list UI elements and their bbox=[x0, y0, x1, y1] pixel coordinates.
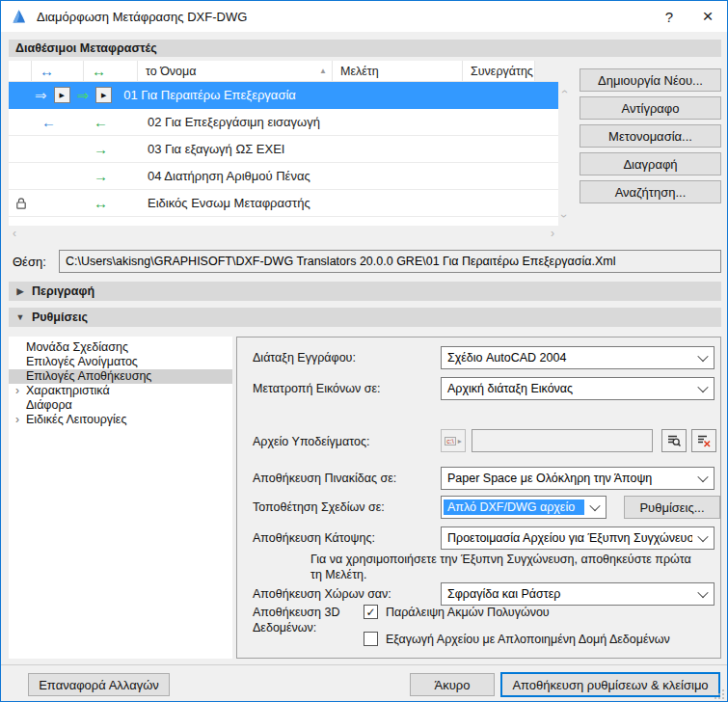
clear-list-icon bbox=[696, 433, 712, 448]
layout-save-label: Αποθήκευση Πινακίδας σε: bbox=[253, 471, 432, 486]
import-arrow-column-header[interactable]: ↔ bbox=[32, 61, 84, 82]
translator-project bbox=[333, 136, 463, 162]
title-bar: Διαμόρφωση Μετάφρασης DXF-DWG ? × bbox=[1, 1, 727, 32]
dxf-dwg-translation-setup-dialog: Διαμόρφωση Μετάφρασης DXF-DWG ? × Διαθέσ… bbox=[0, 0, 728, 702]
document-layout-select[interactable]: Σχέδιο AutoCAD 2004 bbox=[441, 346, 715, 369]
template-file-field bbox=[472, 429, 653, 452]
template-drive-button: c:\ ▸ bbox=[441, 429, 466, 452]
nav-item-save-options[interactable]: Επιλογές Αποθήκευσης bbox=[9, 369, 232, 384]
browse-button[interactable]: Αναζήτηση... bbox=[580, 180, 721, 203]
archicad-logo-icon bbox=[11, 8, 28, 25]
translator-row[interactable]: ↔ Ειδικός Ενσωμ Μεταφραστής bbox=[9, 190, 558, 217]
import-arrow-icon bbox=[32, 190, 84, 216]
nav-item-label: Χαρακτηριστικά bbox=[26, 384, 110, 397]
translator-row[interactable]: → 04 Διατήρηση Αριθμού Πένας bbox=[9, 163, 558, 190]
location-label: Θέση: bbox=[13, 255, 59, 269]
drive-icon: c:\ bbox=[445, 437, 455, 446]
template-file-label: Αρχείο Υποδείγματος: bbox=[253, 434, 432, 449]
cancel-button[interactable]: Άκυρο bbox=[410, 673, 495, 696]
export-arrow-icon: ← bbox=[84, 109, 138, 135]
checkbox-unchecked-icon[interactable] bbox=[364, 632, 378, 646]
image-conversion-label: Μετατροπή Εικόνων σε: bbox=[253, 381, 432, 396]
translator-table-header: ↔ ↔ το Όνομα ▲ Μελέτη Συνεργάτης bbox=[9, 61, 558, 82]
tree-expander-icon[interactable]: › bbox=[15, 413, 19, 427]
translator-partner bbox=[463, 109, 535, 135]
delete-button[interactable]: Διαγραφή bbox=[580, 152, 721, 176]
tree-expander-icon[interactable]: › bbox=[15, 384, 19, 398]
data3d-label: Αποθήκευση 3D Δεδομένων: bbox=[253, 605, 361, 635]
close-icon[interactable]: × bbox=[688, 1, 727, 32]
nav-item-attributes[interactable]: ›Χαρακτηριστικά bbox=[9, 384, 232, 398]
vertical-scrollbar[interactable]: › › bbox=[558, 82, 574, 226]
nav-item-drawing-unit[interactable]: Μονάδα Σχεδίασης bbox=[9, 340, 232, 355]
chevron-down-icon bbox=[692, 583, 714, 605]
translator-row[interactable]: → 03 Για εξαγωγή ΩΣ ΕΧΕΙ bbox=[9, 136, 558, 163]
save-options-form: Διάταξη Εγγράφου: Σχέδιο AutoCAD 2004 Με… bbox=[236, 337, 721, 659]
simplified-structure-checkbox[interactable]: Εξαγωγή Αρχείου με Απλοποιημένη Δομή Δεδ… bbox=[364, 632, 670, 646]
zone-save-select[interactable]: Σφραγίδα και Ράστερ bbox=[441, 582, 715, 606]
nav-item-special-functions[interactable]: ›Ειδικές Λειτουργίες bbox=[9, 413, 232, 427]
export-arrow-icon: → bbox=[84, 163, 138, 189]
import-arrow-icon: ← bbox=[32, 109, 84, 135]
scroll-up-icon[interactable]: › bbox=[558, 90, 570, 94]
floorplan-save-label: Αποθήκευση Κάτοψης: bbox=[253, 530, 432, 546]
template-clear-button[interactable] bbox=[691, 429, 716, 452]
scroll-down-icon[interactable]: › bbox=[558, 214, 570, 218]
resize-grip[interactable] bbox=[715, 689, 724, 699]
zone-save-label: Αποθήκευση Χώρων σαν: bbox=[253, 586, 432, 602]
image-conversion-select[interactable]: Αρχική διάταξη Εικόνας bbox=[441, 377, 715, 400]
export-options-button[interactable]: ▶ bbox=[95, 87, 112, 103]
skip-polygon-edges-checkbox[interactable]: ✓ Παράλειψη Ακμών Πολυγώνου bbox=[364, 605, 550, 619]
translator-project bbox=[333, 190, 463, 216]
translator-partner bbox=[463, 136, 535, 162]
skip-polygon-edges-label: Παράλειψη Ακμών Πολυγώνου bbox=[386, 606, 550, 619]
translator-row-selected[interactable]: ⇒ ▶ ⇒ ▶ 01 Για Περαιτέρω Επεξεργασία bbox=[9, 82, 558, 109]
location-row: Θέση: C:\Users\akisng\GRAPHISOFT\DXF-DWG… bbox=[13, 250, 721, 273]
project-column-header[interactable]: Μελέτη bbox=[333, 61, 463, 82]
horizontal-scrollbar[interactable]: ‹ › bbox=[9, 226, 558, 241]
name-column-label: το Όνομα bbox=[146, 65, 197, 78]
description-section-bar[interactable]: ▶ Περιγραφή bbox=[9, 282, 721, 301]
checkbox-checked-icon[interactable]: ✓ bbox=[364, 605, 378, 619]
layout-save-select[interactable]: Paper Space με Ολόκληρη την Άποψη bbox=[441, 467, 715, 490]
lock-column-header[interactable] bbox=[9, 61, 32, 82]
template-browse-button[interactable] bbox=[661, 429, 687, 452]
chevron-down-icon bbox=[692, 468, 714, 489]
chevron-down-icon bbox=[584, 497, 606, 518]
import-options-button[interactable]: ▶ bbox=[54, 87, 70, 103]
nav-item-label: Ειδικές Λειτουργίες bbox=[26, 413, 126, 426]
nav-item-miscellaneous[interactable]: Διάφορα bbox=[9, 398, 232, 413]
export-arrow-icon: ↔ bbox=[84, 190, 138, 216]
nav-item-open-options[interactable]: Επιλογές Ανοίγματος bbox=[9, 355, 232, 369]
scroll-right-icon[interactable]: › bbox=[551, 228, 554, 239]
translator-actions: Δημιουργία Νέου... Αντίγραφο Μετονομασία… bbox=[580, 68, 721, 208]
location-path-field: C:\Users\akisng\GRAPHISOFT\DXF-DWG Trans… bbox=[59, 250, 721, 273]
floorplan-save-select[interactable]: Προετοιμασία Αρχείου για Έξυπνη Συγχώνευ… bbox=[441, 526, 715, 550]
help-button[interactable]: ? bbox=[650, 1, 688, 32]
dialog-title: Διαμόρφωση Μετάφρασης DXF-DWG bbox=[37, 10, 247, 24]
available-translators-label: Διαθέσιμοι Μεταφραστές bbox=[15, 41, 157, 55]
duplicate-button[interactable]: Αντίγραφο bbox=[580, 96, 721, 120]
chevron-down-icon bbox=[692, 347, 714, 368]
drive-more-icon: ▸ bbox=[458, 437, 462, 446]
export-arrow-column-header[interactable]: ↔ bbox=[84, 61, 138, 82]
image-conversion-value: Αρχική διάταξη Εικόνας bbox=[442, 381, 692, 396]
save-and-close-button[interactable]: Αποθήκευση ρυθμίσεων & κλείσιμο bbox=[500, 672, 720, 697]
simplified-structure-label: Εξαγωγή Αρχείου με Απλοποιημένη Δομή Δεδ… bbox=[386, 633, 670, 646]
scroll-left-icon[interactable]: ‹ bbox=[13, 228, 16, 239]
create-new-button[interactable]: Δημιουργία Νέου... bbox=[580, 68, 721, 92]
reset-changes-button[interactable]: Επαναφορά Αλλαγών bbox=[28, 673, 170, 696]
layout-save-value: Paper Space με Ολόκληρη την Άποψη bbox=[442, 471, 692, 486]
translator-row[interactable]: ← ← 02 Για Επεξεργάσιμη εισαγωγή bbox=[9, 109, 558, 136]
name-column-header[interactable]: το Όνομα ▲ bbox=[138, 61, 333, 82]
placement-settings-button[interactable]: Ρυθμίσεις... bbox=[624, 496, 720, 519]
settings-section-label: Ρυθμίσεις bbox=[32, 310, 88, 324]
partner-column-header[interactable]: Συνεργάτης bbox=[463, 61, 535, 82]
sort-ascending-icon: ▲ bbox=[319, 67, 327, 75]
import-arrow-icon bbox=[32, 136, 84, 162]
chevron-down-icon bbox=[692, 527, 714, 549]
browse-list-icon bbox=[666, 433, 682, 448]
rename-button[interactable]: Μετονομασία... bbox=[580, 124, 721, 148]
drawing-placement-select[interactable]: Απλό DXF/DWG αρχείο bbox=[441, 496, 607, 519]
settings-section-bar[interactable]: ▼ Ρυθμίσεις bbox=[9, 308, 721, 327]
